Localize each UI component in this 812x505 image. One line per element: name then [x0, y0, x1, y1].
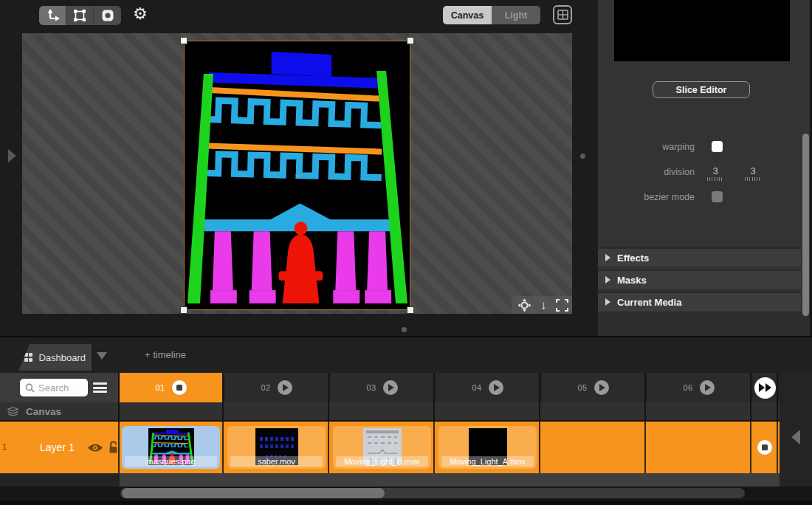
- scene-number: 06: [683, 383, 692, 392]
- scene-play-button[interactable]: [489, 380, 503, 395]
- settings-gear-icon[interactable]: ⚙: [133, 4, 148, 24]
- selected-media-surface[interactable]: ×: [184, 41, 410, 310]
- selection-handle-bottom-left[interactable]: [180, 306, 187, 314]
- right-panel-resize-handle[interactable]: [580, 154, 585, 159]
- collapsed-arrow-icon: [605, 276, 610, 284]
- scene-column-06[interactable]: 06: [647, 373, 751, 402]
- division-x-stepper[interactable]: 3: [707, 165, 723, 181]
- layers-stack-icon: [7, 407, 19, 416]
- horizontal-scrollbar-thumb[interactable]: [122, 488, 385, 498]
- search-input[interactable]: [38, 382, 81, 394]
- tab-dashboard[interactable]: Dashboard: [18, 344, 92, 371]
- layer-unlocked-icon[interactable]: [108, 441, 119, 454]
- layer-name: Layer 1: [40, 442, 75, 453]
- layer-cell-col-empty[interactable]: [542, 422, 646, 473]
- output-preview: [614, 0, 790, 61]
- media-cell-moving-light-a[interactable]: Moving_Light_A.mov: [438, 426, 537, 469]
- play-icon: [599, 384, 605, 391]
- tab-dashboard-label: Dashboard: [38, 352, 86, 363]
- scene-play-button[interactable]: [700, 380, 715, 395]
- tool-group: [39, 6, 121, 25]
- play-icon: [705, 384, 711, 391]
- selection-handle-bottom-right[interactable]: [407, 306, 414, 314]
- scene-column-05[interactable]: 05: [542, 373, 646, 402]
- media-cell-saber[interactable]: saber.mov: [227, 426, 326, 469]
- add-timeline-button[interactable]: + timeline: [145, 349, 186, 360]
- window-bottom-edge: [0, 501, 812, 505]
- quad-warp-tool[interactable]: [66, 6, 94, 25]
- properties-panel: Slice Editor warping division 3 3 bezier…: [598, 0, 812, 336]
- warping-checkbox[interactable]: [712, 141, 723, 152]
- canvas-row-header: Canvas: [0, 402, 120, 420]
- scene-column-03[interactable]: 03: [331, 373, 435, 402]
- scene-number: 01: [155, 383, 165, 392]
- scene-stop-button[interactable]: [172, 380, 187, 395]
- expand-left-panel-arrow-icon[interactable]: [8, 149, 16, 162]
- bezier-mode-label: bezier mode: [598, 192, 695, 202]
- view-mode-light[interactable]: Light: [492, 6, 540, 24]
- section-effects[interactable]: Effects: [598, 247, 801, 267]
- selection-handle-top-left[interactable]: [180, 37, 187, 44]
- scene-number: 04: [472, 383, 481, 392]
- slice-editor-button[interactable]: Slice Editor: [653, 81, 750, 98]
- canvas-cell: [647, 402, 751, 420]
- media-cell-masques[interactable]: masques.png: [122, 426, 220, 469]
- canvas-viewport[interactable]: × ↓: [22, 33, 572, 314]
- section-masks[interactable]: Masks: [598, 269, 801, 289]
- panel-scrollbar[interactable]: [802, 134, 809, 316]
- canvas-output-row[interactable]: Canvas: [0, 402, 780, 422]
- fast-forward-button[interactable]: [754, 377, 776, 399]
- layer-stop-button[interactable]: [757, 440, 772, 455]
- layer-cell-col-empty[interactable]: [647, 422, 751, 473]
- scene-play-button[interactable]: [594, 380, 609, 395]
- play-icon: [283, 384, 289, 391]
- warping-label: warping: [598, 142, 695, 152]
- media-cell-caption: masques.png: [125, 456, 217, 467]
- scene-column-02[interactable]: 02: [225, 373, 329, 402]
- collapsed-arrow-icon: [605, 298, 610, 306]
- layout-grid-button[interactable]: [553, 5, 572, 24]
- fit-fullscreen-icon[interactable]: [556, 299, 568, 312]
- media-cell-caption: Moving_Light_B.mov: [336, 456, 428, 467]
- stop-icon: [762, 444, 768, 450]
- layer-cell-col: Moving_Light_A.mov: [436, 422, 540, 473]
- skip-column: [753, 373, 778, 402]
- scene-play-button[interactable]: [278, 380, 292, 395]
- division-y-ticks: [745, 177, 761, 181]
- left-panel-strip: [0, 0, 22, 336]
- canvas-cell: [331, 402, 435, 420]
- scene-column-04[interactable]: 04: [436, 373, 540, 402]
- division-y-stepper[interactable]: 3: [745, 165, 761, 181]
- scene-number: 03: [366, 383, 376, 392]
- section-current-media[interactable]: Current Media: [598, 292, 801, 311]
- layer-index: 1: [2, 442, 7, 451]
- scene-play-button[interactable]: [383, 380, 398, 395]
- center-view-icon[interactable]: [517, 298, 531, 312]
- layer-row-header[interactable]: 1 Layer 1: [0, 422, 120, 473]
- canvas-cell: [225, 402, 329, 420]
- media-cell-moving-light-b[interactable]: Moving_Light_B.mov: [333, 426, 431, 469]
- section-label: Current Media: [617, 297, 681, 308]
- canvas-cell: [120, 402, 224, 420]
- layer-visibility-eye-icon[interactable]: [87, 442, 103, 453]
- app-window: ⚙ Canvas Light × ↓: [0, 0, 812, 505]
- layer-cell-col: saber.mov: [225, 422, 329, 473]
- list-menu-icon[interactable]: [93, 382, 107, 393]
- dashboard-grid-icon: [24, 353, 33, 362]
- media-search-block: [0, 373, 120, 402]
- move-transform-tool[interactable]: [39, 6, 66, 25]
- arrow-down-icon[interactable]: ↓: [540, 298, 547, 312]
- scene-column-01[interactable]: 01: [120, 373, 224, 402]
- division-x-ticks: [707, 177, 723, 181]
- output-mask-tool[interactable]: [94, 6, 121, 25]
- bezier-mode-checkbox[interactable]: [712, 191, 723, 202]
- media-center-marker[interactable]: ×: [295, 170, 300, 181]
- view-mode-canvas[interactable]: Canvas: [443, 6, 492, 24]
- tab-options-dropdown-icon[interactable]: [97, 352, 107, 360]
- horizontal-scroll-area: [0, 487, 812, 501]
- collapse-bottom-panel-arrow-icon[interactable]: [791, 430, 800, 444]
- horizontal-scrollbar-track[interactable]: [120, 488, 745, 498]
- selection-handle-top-right[interactable]: [407, 37, 414, 44]
- bottom-panel-resize-handle[interactable]: [402, 327, 407, 332]
- layer-stop-col: [753, 422, 778, 473]
